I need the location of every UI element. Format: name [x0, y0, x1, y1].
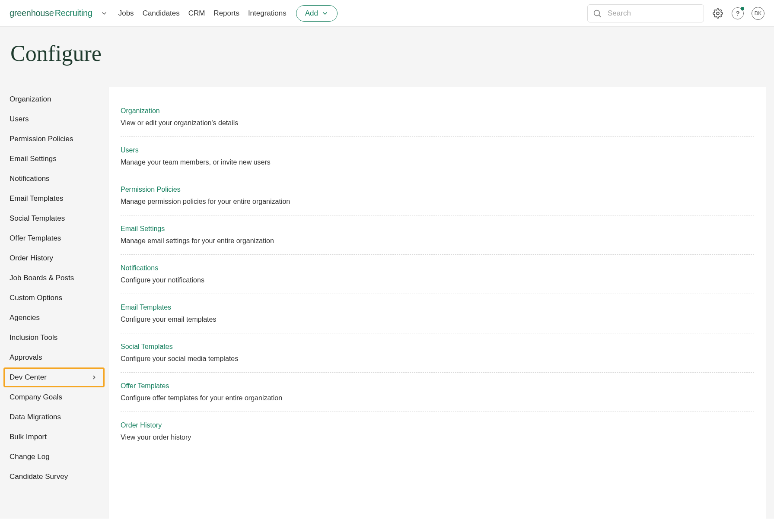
- section-title-link[interactable]: Users: [121, 146, 754, 154]
- sidebar-item-label: Order History: [10, 254, 53, 263]
- sidebar-item-label: Email Settings: [10, 155, 57, 163]
- avatar-initials: DK: [755, 10, 762, 16]
- sidebar-item-label: Custom Options: [10, 294, 62, 302]
- chevron-down-icon: [322, 10, 328, 17]
- content-wrap: Organization Users Permission Policies E…: [0, 87, 774, 519]
- section-order-history: Order History View your order history: [121, 412, 754, 451]
- sidebar-item-label: Company Goals: [10, 393, 62, 402]
- gear-icon: [713, 8, 723, 19]
- sidebar-item-label: Users: [10, 115, 29, 124]
- section-title-link[interactable]: Offer Templates: [121, 382, 754, 390]
- question-icon: ?: [736, 10, 739, 17]
- top-nav: greenhouse Recruiting Jobs Candidates CR…: [0, 0, 774, 27]
- add-button-label: Add: [305, 9, 318, 18]
- sidebar-item-label: Inclusion Tools: [10, 333, 57, 342]
- section-desc: Configure your email templates: [121, 316, 754, 323]
- section-email-templates: Email Templates Configure your email tem…: [121, 294, 754, 333]
- sidebar-item-permission-policies[interactable]: Permission Policies: [0, 129, 108, 149]
- sidebar-item-label: Job Boards & Posts: [10, 274, 74, 282]
- section-desc: Manage email settings for your entire or…: [121, 237, 754, 245]
- section-title-link[interactable]: Permission Policies: [121, 186, 754, 193]
- sidebar-item-data-migrations[interactable]: Data Migrations: [0, 407, 108, 427]
- section-title-link[interactable]: Order History: [121, 421, 754, 429]
- sidebar-item-change-log[interactable]: Change Log: [0, 447, 108, 467]
- sidebar-item-label: Social Templates: [10, 214, 65, 223]
- brand-logo[interactable]: greenhouse Recruiting: [10, 8, 92, 18]
- section-title-link[interactable]: Social Templates: [121, 343, 754, 351]
- search-icon: [592, 9, 602, 18]
- section-organization: Organization View or edit your organizat…: [121, 98, 754, 137]
- section-users: Users Manage your team members, or invit…: [121, 137, 754, 176]
- svg-line-1: [599, 15, 601, 17]
- help-button[interactable]: ?: [732, 7, 744, 19]
- page-title-bar: Configure: [0, 27, 774, 87]
- sidebar-item-label: Data Migrations: [10, 413, 61, 421]
- sidebar-item-label: Candidate Survey: [10, 472, 68, 481]
- sidebar-item-label: Agencies: [10, 314, 40, 322]
- brand-chevron-icon[interactable]: [99, 9, 109, 18]
- section-email-settings: Email Settings Manage email settings for…: [121, 215, 754, 255]
- section-title-link[interactable]: Notifications: [121, 264, 754, 272]
- sidebar-item-inclusion-tools[interactable]: Inclusion Tools: [0, 328, 108, 348]
- nav-crm[interactable]: CRM: [188, 9, 205, 18]
- sidebar-item-label: Approvals: [10, 353, 42, 362]
- section-desc: View or edit your organization's details: [121, 119, 754, 127]
- settings-button[interactable]: [712, 7, 724, 19]
- nav-reports[interactable]: Reports: [213, 9, 239, 18]
- sidebar-item-agencies[interactable]: Agencies: [0, 308, 108, 328]
- sidebar-item-bulk-import[interactable]: Bulk Import: [0, 427, 108, 447]
- section-permission-policies: Permission Policies Manage permission po…: [121, 176, 754, 215]
- sidebar-item-email-templates[interactable]: Email Templates: [0, 189, 108, 209]
- section-title-link[interactable]: Email Settings: [121, 225, 754, 233]
- search-wrap: [587, 4, 704, 22]
- sidebar-item-approvals[interactable]: Approvals: [0, 348, 108, 367]
- section-offer-templates: Offer Templates Configure offer template…: [121, 373, 754, 412]
- brand-main: greenhouse: [10, 8, 54, 18]
- main-panel: Organization View or edit your organizat…: [108, 87, 766, 519]
- notification-dot-icon: [741, 7, 744, 10]
- brand-sub: Recruiting: [55, 8, 92, 18]
- primary-nav: Jobs Candidates CRM Reports Integrations: [118, 9, 287, 18]
- sidebar-item-label: Notifications: [10, 174, 50, 183]
- sidebar-item-job-boards-posts[interactable]: Job Boards & Posts: [0, 268, 108, 288]
- sidebar-item-order-history[interactable]: Order History: [0, 248, 108, 268]
- section-title-link[interactable]: Organization: [121, 107, 754, 115]
- svg-point-2: [717, 12, 719, 15]
- section-desc: Configure your social media templates: [121, 355, 754, 363]
- sidebar-item-offer-templates[interactable]: Offer Templates: [0, 228, 108, 248]
- section-desc: View your order history: [121, 434, 754, 441]
- sidebar-item-users[interactable]: Users: [0, 109, 108, 129]
- sidebar-item-label: Email Templates: [10, 194, 63, 203]
- search-input[interactable]: [587, 4, 704, 22]
- sidebar-item-social-templates[interactable]: Social Templates: [0, 209, 108, 228]
- nav-integrations[interactable]: Integrations: [248, 9, 287, 18]
- chevron-right-icon: [91, 374, 97, 380]
- sidebar-item-label: Change Log: [10, 453, 50, 461]
- top-right-controls: ? DK: [587, 4, 764, 22]
- section-desc: Manage your team members, or invite new …: [121, 158, 754, 166]
- sidebar-item-label: Dev Center: [10, 373, 47, 382]
- section-desc: Manage permission policies for your enti…: [121, 198, 754, 206]
- svg-point-0: [594, 10, 600, 16]
- sidebar-item-company-goals[interactable]: Company Goals: [0, 387, 108, 407]
- sidebar-item-email-settings[interactable]: Email Settings: [0, 149, 108, 169]
- sidebar-item-organization[interactable]: Organization: [0, 89, 108, 109]
- sidebar: Organization Users Permission Policies E…: [0, 87, 108, 519]
- nav-jobs[interactable]: Jobs: [118, 9, 134, 18]
- nav-candidates[interactable]: Candidates: [143, 9, 180, 18]
- sidebar-item-custom-options[interactable]: Custom Options: [0, 288, 108, 308]
- section-social-templates: Social Templates Configure your social m…: [121, 333, 754, 373]
- sidebar-item-notifications[interactable]: Notifications: [0, 169, 108, 189]
- section-title-link[interactable]: Email Templates: [121, 304, 754, 311]
- section-desc: Configure your notifications: [121, 276, 754, 284]
- add-button[interactable]: Add: [296, 5, 338, 22]
- section-desc: Configure offer templates for your entir…: [121, 394, 754, 402]
- page-title: Configure: [10, 41, 764, 66]
- section-notifications: Notifications Configure your notificatio…: [121, 255, 754, 294]
- sidebar-item-label: Offer Templates: [10, 234, 61, 243]
- sidebar-item-label: Organization: [10, 95, 51, 104]
- sidebar-item-label: Bulk Import: [10, 433, 47, 441]
- sidebar-item-candidate-survey[interactable]: Candidate Survey: [0, 467, 108, 487]
- avatar[interactable]: DK: [752, 7, 764, 20]
- sidebar-item-dev-center[interactable]: Dev Center: [3, 367, 105, 387]
